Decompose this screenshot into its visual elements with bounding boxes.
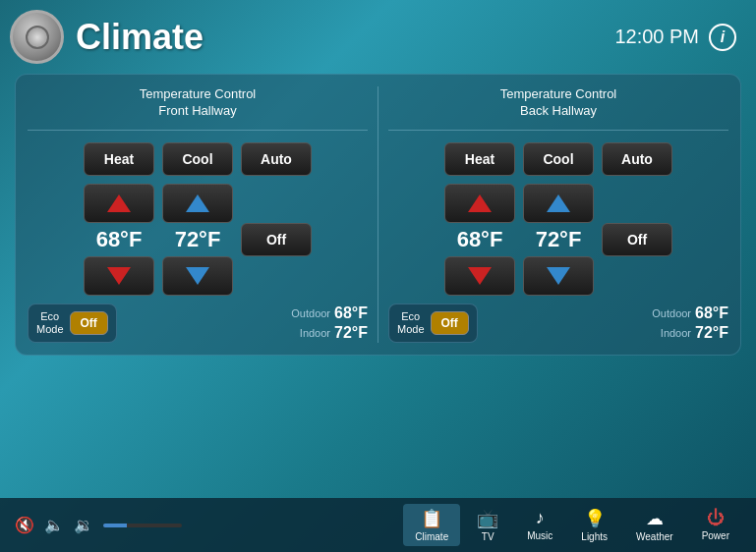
nav-tab-weather[interactable]: ☁ Weather xyxy=(624,504,685,546)
back-cool-up-button[interactable] xyxy=(523,184,594,223)
lights-icon: 💡 xyxy=(584,508,606,529)
back-heat-column: 68°F xyxy=(444,184,515,296)
front-cool-down-button[interactable] xyxy=(162,256,233,296)
back-panel-title: Temperature Control Back Hallway xyxy=(500,86,617,120)
power-tab-label: Power xyxy=(702,530,729,541)
front-indoor-label: Indoor xyxy=(279,327,330,339)
back-sensor-readings: Outdoor 68°F Indoor 72°F xyxy=(640,304,728,342)
back-indoor-row: Indoor 72°F xyxy=(640,324,728,342)
weather-icon: ☁ xyxy=(646,508,664,529)
weather-tab-label: Weather xyxy=(636,531,673,542)
front-outdoor-row: Outdoor 68°F xyxy=(279,304,368,322)
front-heat-temp: 68°F xyxy=(84,227,154,252)
front-temp-controls: 68°F 72°F Off xyxy=(84,184,312,296)
back-cool-column: 72°F xyxy=(523,184,594,296)
up-red-arrow-icon xyxy=(107,194,131,212)
back-cool-button[interactable]: Cool xyxy=(523,142,594,176)
back-heat-button[interactable]: Heat xyxy=(444,142,515,176)
clock-display: 12:00 PM xyxy=(614,26,699,48)
front-eco-label: Eco Mode xyxy=(36,310,64,336)
nav-tab-power[interactable]: ⏻ Power xyxy=(690,504,741,546)
back-down-blue-arrow-icon xyxy=(547,267,570,285)
front-bottom-row: Eco Mode Off Outdoor 68°F Indoor 72°F xyxy=(28,304,368,343)
thermostat-icon xyxy=(10,10,64,64)
page-title: Climate xyxy=(76,17,204,58)
back-up-blue-arrow-icon xyxy=(547,194,570,212)
header-right: 12:00 PM i xyxy=(614,24,736,51)
panels-divider xyxy=(378,86,378,343)
back-outdoor-temp: 68°F xyxy=(695,304,728,322)
back-indoor-label: Indoor xyxy=(640,327,691,339)
down-blue-arrow-icon xyxy=(186,267,209,285)
nav-tabs: 📋 Climate 📺 TV ♪ Music 💡 Lights ☁ Weathe… xyxy=(403,504,741,546)
nav-tab-tv[interactable]: 📺 TV xyxy=(465,504,510,546)
back-cool-temp: 72°F xyxy=(523,227,594,252)
back-heat-down-button[interactable] xyxy=(444,256,515,296)
music-icon: ♪ xyxy=(536,508,545,528)
front-outdoor-temp: 68°F xyxy=(334,304,368,322)
back-eco-label: Eco Mode xyxy=(397,310,425,336)
volume-fill xyxy=(103,524,127,527)
footer: 🔇 🔈 🔉 📋 Climate 📺 TV ♪ Music 💡 Lights ☁ … xyxy=(0,498,756,552)
front-cool-button[interactable]: Cool xyxy=(162,142,233,176)
back-indoor-temp: 72°F xyxy=(695,324,728,342)
back-down-red-arrow-icon xyxy=(468,267,492,285)
front-cool-temp: 72°F xyxy=(162,227,233,252)
lights-tab-label: Lights xyxy=(581,531,608,542)
front-heat-column: 68°F xyxy=(84,184,154,296)
back-outdoor-label: Outdoor xyxy=(640,307,691,319)
volume-controls: 🔇 🔈 🔉 xyxy=(15,516,182,534)
front-mode-buttons: Heat Cool Auto xyxy=(84,142,312,176)
nav-tab-music[interactable]: ♪ Music xyxy=(515,504,564,546)
front-panel-divider xyxy=(28,130,368,131)
front-off-button[interactable]: Off xyxy=(241,223,312,256)
front-outdoor-label: Outdoor xyxy=(279,307,330,319)
back-temp-controls: 68°F 72°F Off xyxy=(444,184,672,296)
climate-tab-label: Climate xyxy=(415,531,448,542)
front-indoor-row: Indoor 72°F xyxy=(279,324,368,342)
climate-icon: 📋 xyxy=(421,508,442,529)
back-auto-button[interactable]: Auto xyxy=(602,142,672,176)
back-off-button[interactable]: Off xyxy=(602,223,672,256)
back-eco-toggle[interactable]: Off xyxy=(431,311,469,335)
back-up-red-arrow-icon xyxy=(468,194,492,212)
power-icon: ⏻ xyxy=(707,508,725,528)
back-heat-up-button[interactable] xyxy=(444,184,515,223)
front-heat-button[interactable]: Heat xyxy=(84,142,154,176)
main-content: Temperature Control Front Hallway Heat C… xyxy=(0,74,756,356)
back-mode-buttons: Heat Cool Auto xyxy=(444,142,672,176)
back-outdoor-row: Outdoor 68°F xyxy=(640,304,728,322)
front-heat-up-button[interactable] xyxy=(84,184,154,223)
nav-tab-climate[interactable]: 📋 Climate xyxy=(403,504,460,546)
back-hallway-panel: Temperature Control Back Hallway Heat Co… xyxy=(388,86,728,343)
back-bottom-row: Eco Mode Off Outdoor 68°F Indoor 72°F xyxy=(388,304,728,343)
tv-tab-label: TV xyxy=(482,531,494,542)
down-red-arrow-icon xyxy=(107,267,131,285)
front-heat-down-button[interactable] xyxy=(84,256,154,296)
header: Climate 12:00 PM i xyxy=(0,0,756,74)
volume-medium-icon[interactable]: 🔈 xyxy=(44,516,64,534)
nav-tab-lights[interactable]: 💡 Lights xyxy=(569,504,619,546)
volume-slider[interactable] xyxy=(103,524,182,527)
front-eco-toggle[interactable]: Off xyxy=(70,311,108,335)
front-eco-mode: Eco Mode Off xyxy=(28,304,117,343)
front-cool-up-button[interactable] xyxy=(162,184,233,223)
volume-high-icon[interactable]: 🔉 xyxy=(74,516,93,534)
back-heat-temp: 68°F xyxy=(444,227,515,252)
header-left: Climate xyxy=(10,10,204,64)
tv-icon: 📺 xyxy=(477,508,498,529)
front-auto-button[interactable]: Auto xyxy=(241,142,312,176)
volume-low-icon[interactable]: 🔇 xyxy=(15,516,34,534)
back-eco-mode: Eco Mode Off xyxy=(388,304,478,343)
front-hallway-panel: Temperature Control Front Hallway Heat C… xyxy=(28,86,368,343)
back-cool-down-button[interactable] xyxy=(523,256,594,296)
front-indoor-temp: 72°F xyxy=(334,324,368,342)
music-tab-label: Music xyxy=(527,530,552,541)
info-icon[interactable]: i xyxy=(709,24,736,51)
back-panel-divider xyxy=(388,130,728,131)
panels-container: Temperature Control Front Hallway Heat C… xyxy=(15,74,741,356)
front-cool-column: 72°F xyxy=(162,184,233,296)
up-blue-arrow-icon xyxy=(186,194,209,212)
front-sensor-readings: Outdoor 68°F Indoor 72°F xyxy=(279,304,368,342)
front-panel-title: Temperature Control Front Hallway xyxy=(140,86,257,120)
